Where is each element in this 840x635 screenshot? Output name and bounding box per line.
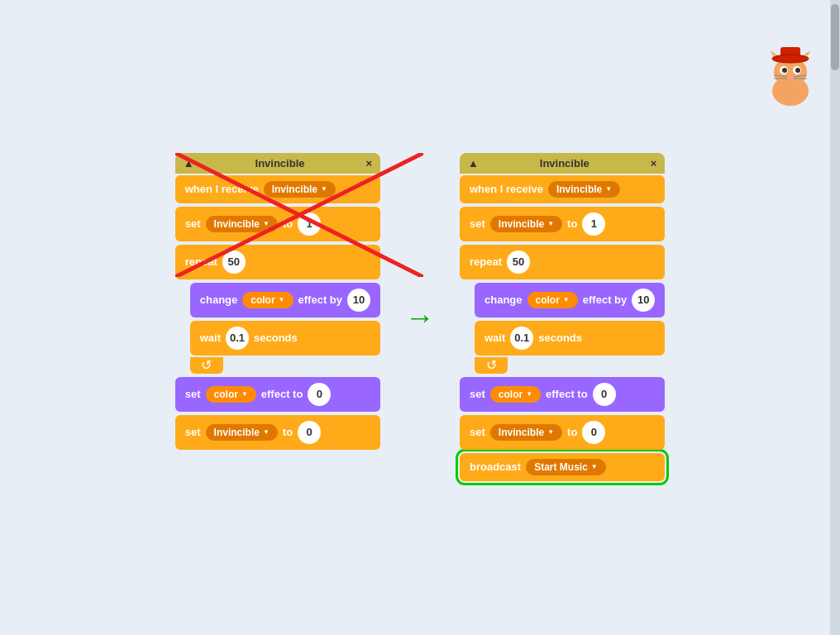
right-effect-to-value: 0 xyxy=(593,383,616,406)
left-header: ▲ Invincible × xyxy=(175,153,380,174)
left-repeat: repeat 50 xyxy=(175,245,380,279)
right-set-invincible-0: set Invincible ▼ to 0 xyxy=(460,415,665,450)
right-repeat-value: 50 xyxy=(507,251,530,274)
left-invincible-0-value: 0 xyxy=(298,421,321,444)
right-repeat: repeat 50 xyxy=(460,245,665,279)
right-invincible-dropdown-2[interactable]: Invincible ▼ xyxy=(490,216,562,232)
right-value-1: 1 xyxy=(582,212,605,236)
right-set-invincible-1: set Invincible ▼ to 1 xyxy=(460,207,665,241)
svg-point-9 xyxy=(795,68,800,73)
left-value-1: 1 xyxy=(298,212,321,236)
left-wait-value: 0.1 xyxy=(226,327,249,350)
left-effect-to-value: 0 xyxy=(308,383,331,406)
right-wait-value: 0.1 xyxy=(510,327,533,350)
blocks-area: ▲ Invincible × when I receive Invincible… xyxy=(142,103,699,532)
right-wait: wait 0.1 seconds xyxy=(475,321,665,356)
right-change-color: change color ▼ effect by 10 xyxy=(475,283,665,318)
left-change-color: change color ▼ effect by 10 xyxy=(190,283,380,318)
right-when-receive: when I receive Invincible ▼ xyxy=(460,175,665,203)
scrollbar[interactable] xyxy=(830,0,840,635)
left-color-dropdown-2[interactable]: color ▼ xyxy=(206,386,256,403)
left-repeat-value: 50 xyxy=(222,251,246,274)
right-header-close[interactable]: × xyxy=(651,157,657,169)
left-set-color: set color ▼ effect to 0 xyxy=(175,377,380,412)
left-set-invincible-0: set Invincible ▼ to 0 xyxy=(175,415,380,450)
svg-point-8 xyxy=(782,68,787,73)
right-color-dropdown-2[interactable]: color ▼ xyxy=(490,386,541,403)
cat-mascot xyxy=(757,45,823,112)
left-block-group: ▲ Invincible × when I receive Invincible… xyxy=(175,153,380,451)
right-invincible-0-value: 0 xyxy=(582,421,605,444)
left-wait: wait 0.1 seconds xyxy=(190,321,380,356)
left-header-close[interactable]: × xyxy=(365,157,372,169)
left-when-receive: when I receive Invincible ▼ xyxy=(175,175,380,203)
left-color-dropdown[interactable]: color ▼ xyxy=(242,292,293,308)
right-set-color: set color ▼ effect to 0 xyxy=(460,377,665,412)
main-container: ▲ Invincible × when I receive Invincible… xyxy=(0,0,840,635)
left-invincible-dropdown-3[interactable]: Invincible ▼ xyxy=(206,424,278,441)
scrollbar-thumb[interactable] xyxy=(831,4,839,70)
left-header-arrow: ▲ xyxy=(184,157,194,169)
left-loop-end: ↺ xyxy=(190,357,223,374)
right-when-label: when I receive xyxy=(470,183,543,195)
arrow-right: → xyxy=(405,300,435,335)
left-invincible-dropdown-1[interactable]: Invincible ▼ xyxy=(264,181,336,198)
right-invincible-dropdown-3[interactable]: Invincible ▼ xyxy=(490,424,562,441)
right-loop-end: ↺ xyxy=(475,357,508,374)
right-invincible-dropdown-1[interactable]: Invincible ▼ xyxy=(548,181,620,198)
left-invincible-dropdown-2[interactable]: Invincible ▼ xyxy=(206,216,278,232)
left-when-label: when I receive xyxy=(185,183,259,195)
right-broadcast: broadcast Start Music ▼ xyxy=(460,453,665,481)
right-header-title: Invincible xyxy=(540,157,589,169)
svg-point-10 xyxy=(788,75,793,79)
svg-rect-16 xyxy=(780,47,800,60)
left-header-title: Invincible xyxy=(255,157,305,169)
right-block-group: ▲ Invincible × when I receive Invincible… xyxy=(460,153,665,483)
right-header-arrow: ▲ xyxy=(468,157,479,169)
right-color-dropdown[interactable]: color ▼ xyxy=(527,292,578,308)
right-effect-value: 10 xyxy=(632,289,655,312)
left-set-invincible-1: set Invincible ▼ to 1 xyxy=(175,207,380,241)
right-header: ▲ Invincible × xyxy=(460,153,665,174)
left-effect-value: 10 xyxy=(347,289,370,312)
right-start-music-dropdown[interactable]: Start Music ▼ xyxy=(526,459,606,475)
